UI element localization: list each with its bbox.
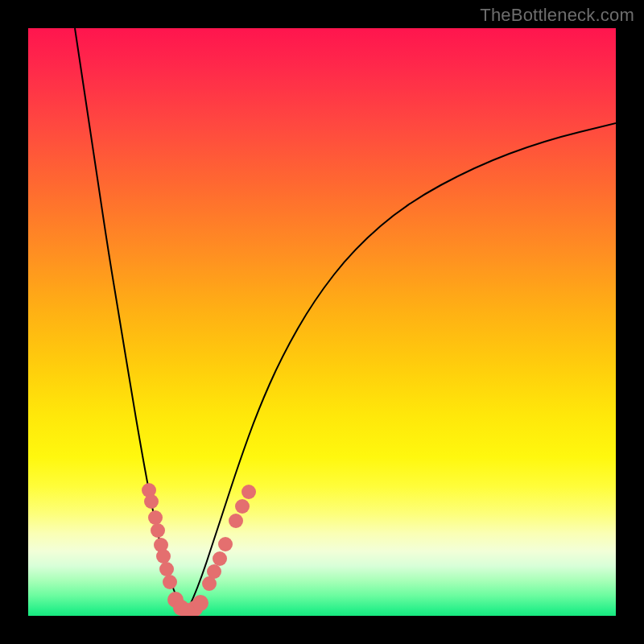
left-bead-4: [151, 523, 165, 538]
left-bead-7: [159, 562, 174, 576]
watermark-text: TheBottleneck.com: [480, 5, 634, 26]
left-bead-6: [156, 549, 171, 564]
right-bead-2: [207, 564, 221, 579]
bead-markers: [142, 483, 256, 616]
right-bead-5: [229, 514, 243, 528]
plot-area: [28, 28, 616, 616]
outer-frame: TheBottleneck.com: [0, 0, 644, 644]
left-bead-8: [163, 575, 177, 589]
right-curve: [186, 123, 616, 613]
left-bead-3: [148, 510, 163, 525]
right-bead-3: [213, 551, 227, 566]
left-bead-2: [144, 494, 159, 509]
left-curve: [75, 28, 186, 613]
right-bead-4: [218, 537, 233, 551]
right-bead-7: [242, 485, 256, 499]
trough-5: [192, 595, 208, 611]
right-bead-6: [235, 499, 250, 514]
chart-svg: [28, 28, 616, 616]
